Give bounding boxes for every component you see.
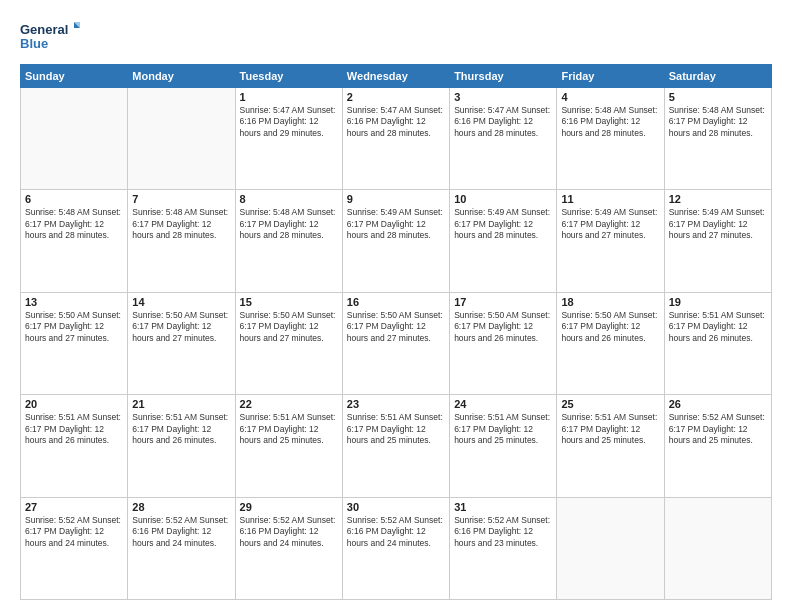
day-info: Sunrise: 5:51 AM Sunset: 6:17 PM Dayligh… [25,412,123,446]
day-number: 12 [669,193,767,205]
weekday-header-sunday: Sunday [21,65,128,88]
calendar-cell: 1Sunrise: 5:47 AM Sunset: 6:16 PM Daylig… [235,88,342,190]
weekday-header-friday: Friday [557,65,664,88]
day-info: Sunrise: 5:50 AM Sunset: 6:17 PM Dayligh… [240,310,338,344]
day-info: Sunrise: 5:52 AM Sunset: 6:17 PM Dayligh… [669,412,767,446]
day-info: Sunrise: 5:51 AM Sunset: 6:17 PM Dayligh… [669,310,767,344]
day-number: 1 [240,91,338,103]
day-number: 27 [25,501,123,513]
day-number: 24 [454,398,552,410]
day-number: 31 [454,501,552,513]
calendar-cell: 10Sunrise: 5:49 AM Sunset: 6:17 PM Dayli… [450,190,557,292]
day-number: 26 [669,398,767,410]
day-number: 10 [454,193,552,205]
week-row-2: 6Sunrise: 5:48 AM Sunset: 6:17 PM Daylig… [21,190,772,292]
day-info: Sunrise: 5:48 AM Sunset: 6:17 PM Dayligh… [240,207,338,241]
day-info: Sunrise: 5:51 AM Sunset: 6:17 PM Dayligh… [132,412,230,446]
day-info: Sunrise: 5:47 AM Sunset: 6:16 PM Dayligh… [347,105,445,139]
day-info: Sunrise: 5:50 AM Sunset: 6:17 PM Dayligh… [561,310,659,344]
day-info: Sunrise: 5:52 AM Sunset: 6:16 PM Dayligh… [347,515,445,549]
calendar-cell [21,88,128,190]
weekday-header-saturday: Saturday [664,65,771,88]
calendar-cell: 12Sunrise: 5:49 AM Sunset: 6:17 PM Dayli… [664,190,771,292]
day-number: 25 [561,398,659,410]
day-info: Sunrise: 5:52 AM Sunset: 6:16 PM Dayligh… [240,515,338,549]
day-info: Sunrise: 5:48 AM Sunset: 6:16 PM Dayligh… [561,105,659,139]
day-info: Sunrise: 5:51 AM Sunset: 6:17 PM Dayligh… [347,412,445,446]
day-info: Sunrise: 5:49 AM Sunset: 6:17 PM Dayligh… [454,207,552,241]
calendar-cell: 6Sunrise: 5:48 AM Sunset: 6:17 PM Daylig… [21,190,128,292]
calendar-cell: 23Sunrise: 5:51 AM Sunset: 6:17 PM Dayli… [342,395,449,497]
weekday-header-thursday: Thursday [450,65,557,88]
day-number: 4 [561,91,659,103]
day-info: Sunrise: 5:47 AM Sunset: 6:16 PM Dayligh… [240,105,338,139]
day-number: 29 [240,501,338,513]
day-info: Sunrise: 5:49 AM Sunset: 6:17 PM Dayligh… [347,207,445,241]
calendar-cell: 24Sunrise: 5:51 AM Sunset: 6:17 PM Dayli… [450,395,557,497]
svg-text:General: General [20,22,68,37]
day-info: Sunrise: 5:50 AM Sunset: 6:17 PM Dayligh… [454,310,552,344]
day-number: 21 [132,398,230,410]
day-info: Sunrise: 5:48 AM Sunset: 6:17 PM Dayligh… [669,105,767,139]
day-info: Sunrise: 5:47 AM Sunset: 6:16 PM Dayligh… [454,105,552,139]
day-number: 16 [347,296,445,308]
day-number: 7 [132,193,230,205]
header: General Blue [20,18,772,54]
day-number: 17 [454,296,552,308]
day-info: Sunrise: 5:48 AM Sunset: 6:17 PM Dayligh… [25,207,123,241]
calendar-cell: 17Sunrise: 5:50 AM Sunset: 6:17 PM Dayli… [450,292,557,394]
day-info: Sunrise: 5:52 AM Sunset: 6:17 PM Dayligh… [25,515,123,549]
calendar-cell: 19Sunrise: 5:51 AM Sunset: 6:17 PM Dayli… [664,292,771,394]
calendar-cell: 29Sunrise: 5:52 AM Sunset: 6:16 PM Dayli… [235,497,342,599]
day-info: Sunrise: 5:49 AM Sunset: 6:17 PM Dayligh… [561,207,659,241]
calendar-cell: 9Sunrise: 5:49 AM Sunset: 6:17 PM Daylig… [342,190,449,292]
calendar-cell: 16Sunrise: 5:50 AM Sunset: 6:17 PM Dayli… [342,292,449,394]
day-info: Sunrise: 5:48 AM Sunset: 6:17 PM Dayligh… [132,207,230,241]
calendar-cell [664,497,771,599]
weekday-header-tuesday: Tuesday [235,65,342,88]
day-info: Sunrise: 5:51 AM Sunset: 6:17 PM Dayligh… [561,412,659,446]
calendar-cell: 30Sunrise: 5:52 AM Sunset: 6:16 PM Dayli… [342,497,449,599]
calendar-cell: 26Sunrise: 5:52 AM Sunset: 6:17 PM Dayli… [664,395,771,497]
calendar-cell: 15Sunrise: 5:50 AM Sunset: 6:17 PM Dayli… [235,292,342,394]
day-number: 15 [240,296,338,308]
day-number: 11 [561,193,659,205]
calendar-cell [557,497,664,599]
calendar-cell: 4Sunrise: 5:48 AM Sunset: 6:16 PM Daylig… [557,88,664,190]
calendar-cell: 27Sunrise: 5:52 AM Sunset: 6:17 PM Dayli… [21,497,128,599]
day-info: Sunrise: 5:52 AM Sunset: 6:16 PM Dayligh… [132,515,230,549]
calendar-cell: 13Sunrise: 5:50 AM Sunset: 6:17 PM Dayli… [21,292,128,394]
day-info: Sunrise: 5:50 AM Sunset: 6:17 PM Dayligh… [25,310,123,344]
day-number: 19 [669,296,767,308]
calendar-cell: 25Sunrise: 5:51 AM Sunset: 6:17 PM Dayli… [557,395,664,497]
day-number: 13 [25,296,123,308]
week-row-3: 13Sunrise: 5:50 AM Sunset: 6:17 PM Dayli… [21,292,772,394]
calendar-cell: 5Sunrise: 5:48 AM Sunset: 6:17 PM Daylig… [664,88,771,190]
weekday-header-monday: Monday [128,65,235,88]
day-info: Sunrise: 5:50 AM Sunset: 6:17 PM Dayligh… [347,310,445,344]
day-number: 30 [347,501,445,513]
day-number: 14 [132,296,230,308]
day-number: 8 [240,193,338,205]
day-info: Sunrise: 5:51 AM Sunset: 6:17 PM Dayligh… [240,412,338,446]
day-number: 6 [25,193,123,205]
calendar-cell: 21Sunrise: 5:51 AM Sunset: 6:17 PM Dayli… [128,395,235,497]
calendar-cell: 8Sunrise: 5:48 AM Sunset: 6:17 PM Daylig… [235,190,342,292]
day-number: 22 [240,398,338,410]
calendar-cell: 22Sunrise: 5:51 AM Sunset: 6:17 PM Dayli… [235,395,342,497]
calendar-cell: 7Sunrise: 5:48 AM Sunset: 6:17 PM Daylig… [128,190,235,292]
day-number: 2 [347,91,445,103]
calendar-cell: 11Sunrise: 5:49 AM Sunset: 6:17 PM Dayli… [557,190,664,292]
calendar-cell: 28Sunrise: 5:52 AM Sunset: 6:16 PM Dayli… [128,497,235,599]
day-info: Sunrise: 5:50 AM Sunset: 6:17 PM Dayligh… [132,310,230,344]
calendar-cell [128,88,235,190]
week-row-1: 1Sunrise: 5:47 AM Sunset: 6:16 PM Daylig… [21,88,772,190]
logo: General Blue [20,18,80,54]
calendar-page: General Blue SundayMondayTuesdayWednesda… [0,0,792,612]
calendar-table: SundayMondayTuesdayWednesdayThursdayFrid… [20,64,772,600]
day-number: 5 [669,91,767,103]
day-number: 18 [561,296,659,308]
weekday-header-row: SundayMondayTuesdayWednesdayThursdayFrid… [21,65,772,88]
calendar-cell: 14Sunrise: 5:50 AM Sunset: 6:17 PM Dayli… [128,292,235,394]
calendar-cell: 2Sunrise: 5:47 AM Sunset: 6:16 PM Daylig… [342,88,449,190]
